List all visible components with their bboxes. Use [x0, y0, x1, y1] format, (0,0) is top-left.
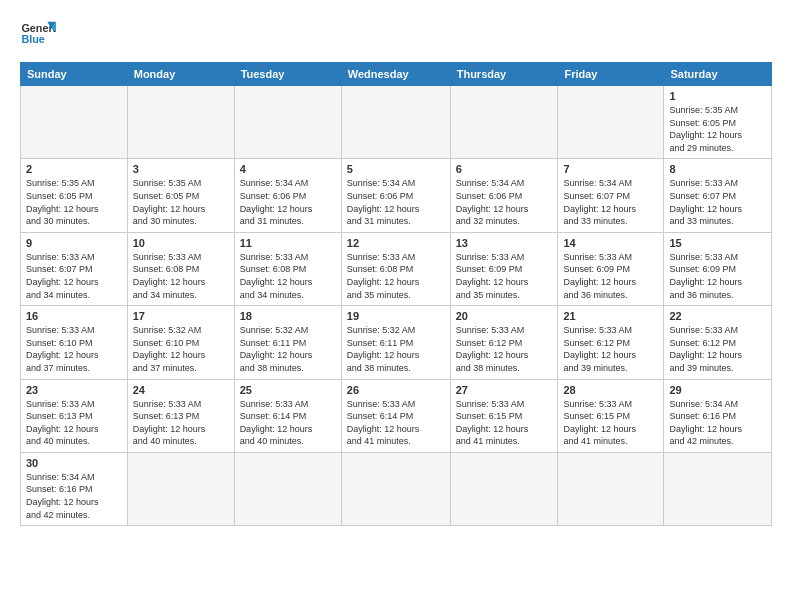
day-info: Sunrise: 5:33 AM Sunset: 6:10 PM Dayligh…	[26, 324, 122, 374]
day-info: Sunrise: 5:32 AM Sunset: 6:11 PM Dayligh…	[347, 324, 445, 374]
day-info: Sunrise: 5:35 AM Sunset: 6:05 PM Dayligh…	[669, 104, 766, 154]
day-info: Sunrise: 5:33 AM Sunset: 6:15 PM Dayligh…	[456, 398, 553, 448]
calendar-cell	[450, 452, 558, 525]
calendar-cell	[664, 452, 772, 525]
day-number: 20	[456, 310, 553, 322]
day-number: 5	[347, 163, 445, 175]
svg-text:Blue: Blue	[21, 33, 44, 45]
calendar-cell	[341, 452, 450, 525]
calendar-cell: 8Sunrise: 5:33 AM Sunset: 6:07 PM Daylig…	[664, 159, 772, 232]
calendar-header-wednesday: Wednesday	[341, 63, 450, 86]
day-number: 10	[133, 237, 229, 249]
day-info: Sunrise: 5:33 AM Sunset: 6:13 PM Dayligh…	[26, 398, 122, 448]
header: General Blue	[20, 16, 772, 52]
day-number: 15	[669, 237, 766, 249]
day-info: Sunrise: 5:33 AM Sunset: 6:12 PM Dayligh…	[456, 324, 553, 374]
day-info: Sunrise: 5:32 AM Sunset: 6:11 PM Dayligh…	[240, 324, 336, 374]
logo: General Blue	[20, 16, 56, 52]
page: General Blue SundayMondayTuesdayWednesda…	[0, 0, 792, 612]
calendar-cell: 4Sunrise: 5:34 AM Sunset: 6:06 PM Daylig…	[234, 159, 341, 232]
day-number: 3	[133, 163, 229, 175]
calendar-cell: 15Sunrise: 5:33 AM Sunset: 6:09 PM Dayli…	[664, 232, 772, 305]
day-info: Sunrise: 5:33 AM Sunset: 6:09 PM Dayligh…	[669, 251, 766, 301]
calendar-cell: 20Sunrise: 5:33 AM Sunset: 6:12 PM Dayli…	[450, 306, 558, 379]
day-info: Sunrise: 5:33 AM Sunset: 6:15 PM Dayligh…	[563, 398, 658, 448]
day-number: 30	[26, 457, 122, 469]
calendar-cell: 11Sunrise: 5:33 AM Sunset: 6:08 PM Dayli…	[234, 232, 341, 305]
calendar-cell: 12Sunrise: 5:33 AM Sunset: 6:08 PM Dayli…	[341, 232, 450, 305]
calendar-cell	[21, 86, 128, 159]
day-info: Sunrise: 5:33 AM Sunset: 6:09 PM Dayligh…	[456, 251, 553, 301]
day-number: 4	[240, 163, 336, 175]
calendar-cell: 1Sunrise: 5:35 AM Sunset: 6:05 PM Daylig…	[664, 86, 772, 159]
day-info: Sunrise: 5:34 AM Sunset: 6:07 PM Dayligh…	[563, 177, 658, 227]
calendar-cell: 23Sunrise: 5:33 AM Sunset: 6:13 PM Dayli…	[21, 379, 128, 452]
calendar-header-saturday: Saturday	[664, 63, 772, 86]
calendar-cell: 26Sunrise: 5:33 AM Sunset: 6:14 PM Dayli…	[341, 379, 450, 452]
week-row-5: 30Sunrise: 5:34 AM Sunset: 6:16 PM Dayli…	[21, 452, 772, 525]
day-number: 17	[133, 310, 229, 322]
day-number: 9	[26, 237, 122, 249]
logo-icon: General Blue	[20, 16, 56, 52]
calendar-header-row: SundayMondayTuesdayWednesdayThursdayFrid…	[21, 63, 772, 86]
calendar-cell: 9Sunrise: 5:33 AM Sunset: 6:07 PM Daylig…	[21, 232, 128, 305]
day-number: 7	[563, 163, 658, 175]
day-info: Sunrise: 5:33 AM Sunset: 6:14 PM Dayligh…	[240, 398, 336, 448]
day-info: Sunrise: 5:34 AM Sunset: 6:16 PM Dayligh…	[26, 471, 122, 521]
day-info: Sunrise: 5:32 AM Sunset: 6:10 PM Dayligh…	[133, 324, 229, 374]
day-info: Sunrise: 5:34 AM Sunset: 6:16 PM Dayligh…	[669, 398, 766, 448]
calendar-cell: 2Sunrise: 5:35 AM Sunset: 6:05 PM Daylig…	[21, 159, 128, 232]
day-info: Sunrise: 5:34 AM Sunset: 6:06 PM Dayligh…	[240, 177, 336, 227]
calendar-cell: 3Sunrise: 5:35 AM Sunset: 6:05 PM Daylig…	[127, 159, 234, 232]
calendar-cell: 25Sunrise: 5:33 AM Sunset: 6:14 PM Dayli…	[234, 379, 341, 452]
day-number: 13	[456, 237, 553, 249]
calendar-cell: 19Sunrise: 5:32 AM Sunset: 6:11 PM Dayli…	[341, 306, 450, 379]
day-number: 12	[347, 237, 445, 249]
calendar-cell	[127, 86, 234, 159]
day-info: Sunrise: 5:33 AM Sunset: 6:08 PM Dayligh…	[240, 251, 336, 301]
day-info: Sunrise: 5:33 AM Sunset: 6:07 PM Dayligh…	[26, 251, 122, 301]
day-number: 8	[669, 163, 766, 175]
day-number: 11	[240, 237, 336, 249]
day-info: Sunrise: 5:35 AM Sunset: 6:05 PM Dayligh…	[133, 177, 229, 227]
calendar-cell: 7Sunrise: 5:34 AM Sunset: 6:07 PM Daylig…	[558, 159, 664, 232]
calendar-header-thursday: Thursday	[450, 63, 558, 86]
calendar-cell	[341, 86, 450, 159]
calendar-header-sunday: Sunday	[21, 63, 128, 86]
calendar-cell: 13Sunrise: 5:33 AM Sunset: 6:09 PM Dayli…	[450, 232, 558, 305]
calendar-table: SundayMondayTuesdayWednesdayThursdayFrid…	[20, 62, 772, 526]
day-info: Sunrise: 5:34 AM Sunset: 6:06 PM Dayligh…	[456, 177, 553, 227]
calendar-cell: 18Sunrise: 5:32 AM Sunset: 6:11 PM Dayli…	[234, 306, 341, 379]
day-info: Sunrise: 5:35 AM Sunset: 6:05 PM Dayligh…	[26, 177, 122, 227]
day-number: 6	[456, 163, 553, 175]
day-number: 18	[240, 310, 336, 322]
calendar-cell: 29Sunrise: 5:34 AM Sunset: 6:16 PM Dayli…	[664, 379, 772, 452]
calendar-cell: 30Sunrise: 5:34 AM Sunset: 6:16 PM Dayli…	[21, 452, 128, 525]
day-number: 26	[347, 384, 445, 396]
calendar-cell: 5Sunrise: 5:34 AM Sunset: 6:06 PM Daylig…	[341, 159, 450, 232]
day-number: 1	[669, 90, 766, 102]
day-number: 2	[26, 163, 122, 175]
calendar-cell: 6Sunrise: 5:34 AM Sunset: 6:06 PM Daylig…	[450, 159, 558, 232]
day-info: Sunrise: 5:33 AM Sunset: 6:14 PM Dayligh…	[347, 398, 445, 448]
day-info: Sunrise: 5:33 AM Sunset: 6:12 PM Dayligh…	[563, 324, 658, 374]
day-number: 21	[563, 310, 658, 322]
day-number: 23	[26, 384, 122, 396]
week-row-2: 9Sunrise: 5:33 AM Sunset: 6:07 PM Daylig…	[21, 232, 772, 305]
day-info: Sunrise: 5:34 AM Sunset: 6:06 PM Dayligh…	[347, 177, 445, 227]
day-info: Sunrise: 5:33 AM Sunset: 6:13 PM Dayligh…	[133, 398, 229, 448]
week-row-3: 16Sunrise: 5:33 AM Sunset: 6:10 PM Dayli…	[21, 306, 772, 379]
calendar-cell	[234, 452, 341, 525]
day-number: 28	[563, 384, 658, 396]
day-number: 22	[669, 310, 766, 322]
day-number: 14	[563, 237, 658, 249]
calendar-cell: 14Sunrise: 5:33 AM Sunset: 6:09 PM Dayli…	[558, 232, 664, 305]
calendar-cell: 28Sunrise: 5:33 AM Sunset: 6:15 PM Dayli…	[558, 379, 664, 452]
day-info: Sunrise: 5:33 AM Sunset: 6:08 PM Dayligh…	[347, 251, 445, 301]
calendar-cell: 10Sunrise: 5:33 AM Sunset: 6:08 PM Dayli…	[127, 232, 234, 305]
week-row-4: 23Sunrise: 5:33 AM Sunset: 6:13 PM Dayli…	[21, 379, 772, 452]
calendar-cell	[450, 86, 558, 159]
calendar-cell: 16Sunrise: 5:33 AM Sunset: 6:10 PM Dayli…	[21, 306, 128, 379]
day-number: 27	[456, 384, 553, 396]
calendar-cell: 24Sunrise: 5:33 AM Sunset: 6:13 PM Dayli…	[127, 379, 234, 452]
